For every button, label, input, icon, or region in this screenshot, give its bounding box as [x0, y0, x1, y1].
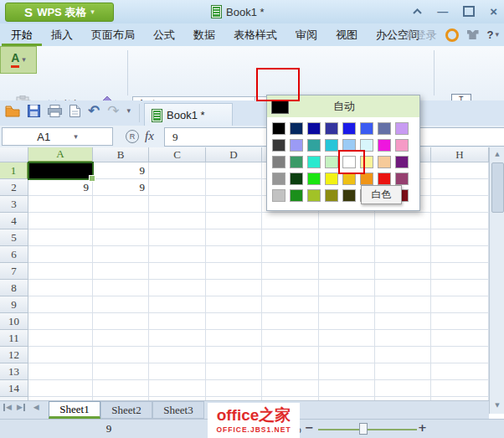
document-tab-book1[interactable]: Book1 * — [144, 103, 233, 126]
skin-icon[interactable] — [467, 30, 479, 39]
undo-icon[interactable]: ↶ — [88, 104, 100, 118]
collapse-ribbon-icon[interactable] — [413, 8, 422, 14]
color-swatch-3-6[interactable] — [378, 173, 391, 185]
color-swatch-4-4[interactable] — [342, 189, 356, 202]
row-header-7[interactable]: 7 — [0, 263, 28, 280]
cell-A14[interactable] — [28, 380, 93, 397]
color-swatch-0-4[interactable] — [342, 122, 356, 135]
minimize-button[interactable]: — — [437, 5, 448, 18]
color-swatch-3-2[interactable] — [307, 173, 321, 185]
cell-C9[interactable] — [149, 296, 206, 313]
cell-H2[interactable] — [431, 179, 489, 196]
cell-G5[interactable] — [375, 229, 431, 246]
scroll-up-icon[interactable]: ▲ — [490, 147, 504, 161]
cell-C10[interactable] — [149, 313, 206, 330]
cell-A13[interactable] — [28, 363, 93, 380]
cell-H3[interactable] — [431, 196, 489, 213]
ribbon-tab-视图[interactable]: 视图 — [327, 23, 367, 46]
color-swatch-0-7[interactable] — [395, 122, 409, 135]
row-header-6[interactable]: 6 — [0, 246, 28, 263]
cell-C2[interactable] — [149, 179, 206, 196]
cell-G8[interactable] — [375, 280, 431, 296]
color-swatch-0-0[interactable] — [272, 122, 285, 135]
cell-B4[interactable] — [93, 213, 149, 229]
cell-A3[interactable] — [28, 196, 93, 213]
zoom-in-button[interactable]: + — [418, 422, 427, 433]
cell-F12[interactable] — [319, 347, 375, 363]
row-header-8[interactable]: 8 — [0, 280, 28, 296]
color-swatch-3-5[interactable] — [360, 173, 373, 185]
ribbon-tab-表格样式[interactable]: 表格样式 — [224, 23, 286, 46]
cell-A9[interactable] — [28, 296, 93, 313]
color-swatch-3-1[interactable] — [290, 173, 303, 185]
selected-cell-A1[interactable] — [28, 162, 94, 180]
cell-C3[interactable] — [149, 196, 206, 213]
cell-A6[interactable] — [28, 246, 93, 263]
cell-C12[interactable] — [149, 347, 206, 363]
cell-A4[interactable] — [28, 213, 93, 229]
zoom-slider-track[interactable] — [318, 429, 417, 430]
cell-E9[interactable] — [262, 296, 319, 313]
cell-E10[interactable] — [262, 313, 319, 330]
cell-B12[interactable] — [93, 347, 149, 363]
name-box[interactable]: A1 ▾ — [2, 127, 113, 146]
cell-F8[interactable] — [319, 280, 375, 296]
zoom-out-button[interactable]: − — [305, 422, 314, 433]
cell-E8[interactable] — [262, 280, 319, 296]
cell-C4[interactable] — [149, 213, 206, 229]
cell-F7[interactable] — [319, 263, 375, 280]
wps-menu-button[interactable]: S WPS 表格 ▾ — [5, 3, 114, 22]
open-folder-icon[interactable] — [5, 105, 20, 117]
font-color-button[interactable]: A ▾ — [0, 46, 37, 74]
cell-D14[interactable] — [206, 380, 262, 397]
row-header-14[interactable]: 14 — [0, 380, 28, 397]
cell-F9[interactable] — [319, 296, 375, 313]
cell-E11[interactable] — [262, 330, 319, 347]
color-swatch-1-1[interactable] — [290, 139, 303, 152]
cell-G14[interactable] — [375, 380, 431, 397]
print-icon[interactable] — [48, 105, 62, 117]
color-swatch-2-6[interactable] — [378, 156, 391, 168]
color-swatch-0-2[interactable] — [307, 122, 321, 135]
cell-B1[interactable]: 9 — [93, 162, 149, 179]
cell-C5[interactable] — [149, 229, 206, 246]
cell-A8[interactable] — [28, 280, 93, 296]
region-select-icon[interactable]: R — [126, 130, 139, 143]
cell-F14[interactable] — [319, 380, 375, 397]
cell-D5[interactable] — [206, 229, 262, 246]
row-header-3[interactable]: 3 — [0, 196, 28, 213]
col-header-B[interactable]: B — [93, 147, 149, 162]
cell-H12[interactable] — [431, 347, 489, 363]
insert-function-button[interactable]: fx — [145, 129, 154, 143]
fill-handle[interactable] — [89, 175, 95, 182]
cell-D12[interactable] — [206, 347, 262, 363]
cell-G4[interactable] — [375, 213, 431, 229]
login-status[interactable]: 未登录 — [404, 28, 437, 43]
help-button[interactable]: ? ▾ — [487, 28, 499, 41]
ribbon-tab-插入[interactable]: 插入 — [42, 23, 82, 46]
cell-C1[interactable] — [149, 162, 206, 179]
color-swatch-0-1[interactable] — [290, 122, 303, 135]
cell-F5[interactable] — [319, 229, 375, 246]
cell-C11[interactable] — [149, 330, 206, 347]
cell-C14[interactable] — [149, 380, 206, 397]
cell-G11[interactable] — [375, 330, 431, 347]
save-icon[interactable] — [28, 105, 40, 117]
cell-D1[interactable] — [206, 162, 262, 179]
cell-H6[interactable] — [431, 246, 489, 263]
cell-E6[interactable] — [262, 246, 319, 263]
cell-H5[interactable] — [431, 229, 489, 246]
row-header-5[interactable]: 5 — [0, 229, 28, 246]
cell-D10[interactable] — [206, 313, 262, 330]
color-swatch-4-0[interactable] — [272, 189, 285, 202]
cell-A2[interactable]: 9 — [28, 179, 93, 196]
scroll-down-icon[interactable]: ▼ — [490, 399, 504, 412]
ribbon-tab-公式[interactable]: 公式 — [144, 23, 184, 46]
row-header-9[interactable]: 9 — [0, 296, 28, 313]
zoom-slider-thumb[interactable] — [359, 423, 368, 435]
cell-G10[interactable] — [375, 313, 431, 330]
cell-D4[interactable] — [206, 213, 262, 229]
cell-F4[interactable] — [319, 213, 375, 229]
cell-A10[interactable] — [28, 313, 93, 330]
cell-H14[interactable] — [431, 380, 489, 397]
